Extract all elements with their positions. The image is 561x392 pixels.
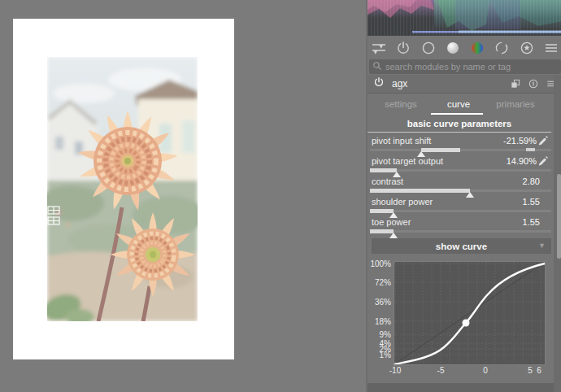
multi-instance-icon[interactable] [509,78,521,90]
y-tick: 100% [367,259,391,268]
enabled-modules-icon[interactable] [394,39,412,57]
y-tick: 18% [367,317,391,326]
show-curve-title: show curve [436,242,487,251]
photo-preview[interactable] [47,57,198,321]
module-tabs: settings curve primaries [367,94,551,117]
eyedropper-icon[interactable] [537,155,550,168]
chevron-down-icon[interactable]: ▼ [538,242,546,250]
module-search [369,59,561,74]
x-tick: -5 [437,366,445,375]
tab-curve[interactable]: curve [447,99,470,109]
search-input[interactable] [382,62,558,72]
y-tick: 36% [367,298,391,307]
slider-toe-power: toe power 1.55 [367,217,551,237]
slider-label: shoulder power [372,197,433,207]
tone-curve-graph[interactable] [394,262,545,364]
color-group-icon[interactable] [468,39,486,57]
section-title: basic curve parameters [367,119,551,128]
slider-track[interactable] [370,209,551,217]
tab-settings[interactable]: settings [385,99,417,109]
reset-parameters-icon[interactable] [527,78,539,90]
x-tick: 5 [528,366,533,375]
slider-track[interactable] [370,189,551,197]
basic-group-icon[interactable] [420,39,437,57]
dahlia-photo [47,57,198,321]
color-assessment-canvas [13,19,234,359]
tab-primaries[interactable]: primaries [496,99,534,109]
slider-track[interactable] [370,148,551,156]
slider-label: pivot target output [372,156,443,166]
eyedropper-icon[interactable] [537,135,550,147]
presets-menu-icon[interactable] [542,39,560,57]
module-group-row [367,37,561,59]
slider-label: contrast [372,176,403,186]
correct-group-icon[interactable] [493,39,511,57]
darktable-darkroom: agx settings curve primaries [0,0,561,392]
module-title: agx [392,78,503,89]
x-tick: -10 [389,366,401,375]
x-tick: 6 [537,366,541,375]
y-tick: 9% [367,330,391,339]
slider-value[interactable]: -21.59% [503,136,537,146]
slider-value[interactable]: 1.55 [523,197,540,207]
guide-grid-icon[interactable] [46,204,61,227]
slider-value[interactable]: 2.80 [523,176,540,186]
slider-track[interactable] [370,168,551,176]
picker-value-mark [526,148,535,151]
active-tab-underline [431,113,483,115]
right-panel: agx settings curve primaries [366,0,561,392]
y-tick: 72% [367,278,391,287]
y-tick: 1% [367,351,391,359]
module-header-agx[interactable]: agx [367,75,561,94]
effects-group-icon[interactable] [518,39,536,57]
module-power-icon[interactable] [373,76,385,91]
pivot-point-handle [463,320,470,327]
panel-scrollbar-thumb[interactable] [557,174,561,259]
slider-pivot-input-shift: pivot input shift -21.59% [367,136,551,155]
section-rule [367,132,551,133]
tone-group-icon[interactable] [444,39,462,57]
slider-contrast: contrast 2.80 [367,176,551,196]
active-modules-icon[interactable] [370,39,388,57]
slider-value[interactable]: 14.90% [507,156,537,166]
slider-label: pivot input shift [372,136,431,146]
show-curve-header[interactable]: show curve ▼ [372,238,551,254]
search-icon [372,59,382,74]
slider-track[interactable] [370,229,551,237]
slider-thumb[interactable] [389,233,398,238]
slider-shoulder-power: shoulder power 1.55 [367,197,551,216]
next-module-strip [367,383,561,392]
x-tick: 0 [483,366,488,375]
slider-pivot-target-output: pivot target output 14.90% [367,156,551,176]
slider-value[interactable]: 1.55 [523,217,540,227]
waveform-scope[interactable] [367,0,561,36]
slider-label: toe power [372,217,411,227]
